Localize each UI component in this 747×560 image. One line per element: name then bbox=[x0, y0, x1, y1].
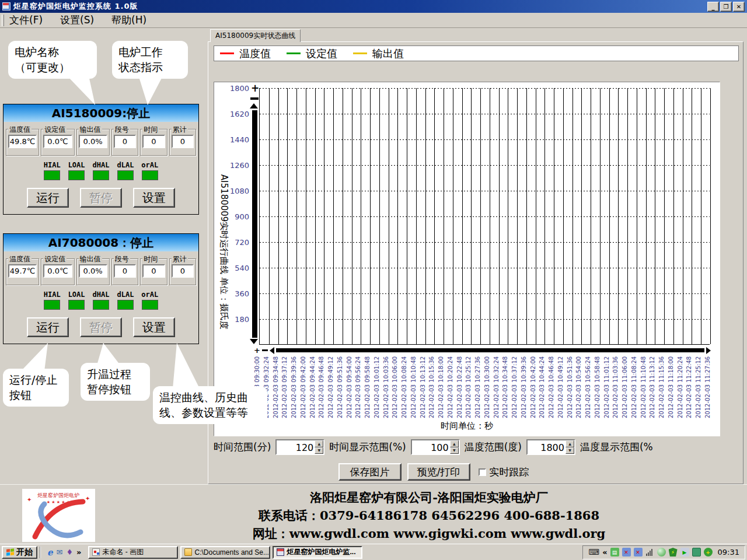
h-gridline bbox=[260, 242, 710, 243]
field-group: 设定值0.0℃ bbox=[41, 258, 74, 285]
spinner-2[interactable]: 1800▲▼ bbox=[526, 439, 575, 455]
internet-explorer-icon[interactable]: e bbox=[47, 547, 53, 558]
spinner-up[interactable]: ▲ bbox=[566, 440, 574, 447]
x-tick-label: 2012-02-03 10:20:24 bbox=[447, 355, 454, 418]
contact-phone: 联系电话：0379-64186178 64562296 400-688-1868 bbox=[259, 506, 599, 524]
setup-button[interactable]: 设置 bbox=[133, 317, 175, 337]
websites: 网址：www.gwdl.com www.gigwki.com www.gwdl.… bbox=[253, 524, 605, 542]
spinner-up[interactable]: ▲ bbox=[315, 440, 323, 447]
alarm-label: orAL bbox=[141, 290, 158, 299]
realtime-track-label: 实时跟踪 bbox=[490, 466, 529, 479]
v-gridline bbox=[554, 88, 554, 344]
y-scrollbar-thumb[interactable] bbox=[252, 110, 257, 338]
pause-button[interactable]: 暂停 bbox=[80, 317, 122, 337]
spinner-up[interactable]: ▲ bbox=[450, 440, 459, 447]
x-scrollbar-thumb[interactable] bbox=[276, 348, 704, 352]
task-button-explorer[interactable]: C:\Documents and Se... bbox=[180, 546, 270, 559]
spinner-label-1: 时间显示范围(%) bbox=[329, 440, 406, 454]
restore-button[interactable]: ❐ bbox=[720, 2, 732, 12]
minimize-button[interactable]: _ bbox=[707, 2, 719, 12]
task-button-paint[interactable]: 未命名 - 画图 bbox=[88, 546, 178, 559]
tray-icon-green-app[interactable]: ▤ bbox=[610, 548, 619, 556]
taskbar-clock: 09:31 bbox=[718, 548, 739, 556]
run-button[interactable]: 运行 bbox=[27, 188, 69, 208]
alarm-indicator-oral: orAL bbox=[141, 161, 158, 180]
setup-button[interactable]: 设置 bbox=[133, 188, 175, 208]
x-tick-label: 2012-02-03 10:10:48 bbox=[410, 355, 417, 418]
task-button-monitor-app[interactable]: 炬星窑炉国炬电炉监... bbox=[273, 546, 362, 559]
alarm-led-green bbox=[117, 170, 134, 180]
paint-icon bbox=[92, 548, 100, 556]
run-button[interactable]: 运行 bbox=[27, 317, 69, 337]
spinner-1[interactable]: 100▲▼ bbox=[411, 439, 460, 455]
menu-help[interactable]: 帮助(H) bbox=[111, 13, 146, 27]
tray-icon-network-disconnected-1[interactable]: ✕ bbox=[622, 548, 631, 556]
menu-settings[interactable]: 设置(S) bbox=[60, 13, 94, 27]
field-label: 温度值 bbox=[8, 254, 32, 264]
zoom-in-y-button[interactable]: + bbox=[251, 82, 259, 94]
y-axis-title: AI5180009实时运行曲线 单位：摄氏度 bbox=[218, 124, 229, 380]
y-tick-label: 180 bbox=[229, 315, 249, 324]
field-label: 累计 bbox=[172, 254, 188, 264]
zoom-out-y-button[interactable] bbox=[250, 97, 259, 100]
alarm-label: orAL bbox=[141, 161, 158, 169]
spinner-down[interactable]: ▼ bbox=[315, 447, 323, 454]
x-tick-label: 2012-02-03 10:42:00 bbox=[530, 355, 537, 418]
input-method-icon[interactable]: ⌨ bbox=[588, 548, 599, 556]
alarm-row: HIALLOALdHALdLALorAL bbox=[4, 290, 198, 310]
field-value: 0 bbox=[114, 135, 136, 148]
quick-launch-overflow-chevron[interactable]: » bbox=[76, 548, 81, 556]
save-image-button[interactable]: 保存图片 bbox=[338, 463, 402, 481]
spinner-down[interactable]: ▼ bbox=[450, 447, 459, 454]
tray-icon-shield[interactable]: ⚡ bbox=[669, 548, 678, 556]
x-tick-label: 2012-02-03 11:25:12 bbox=[695, 355, 702, 418]
y-tick-label: 1440 bbox=[229, 135, 249, 144]
tray-icon-update[interactable]: + bbox=[704, 548, 713, 556]
x-scrollbar[interactable]: + bbox=[254, 346, 711, 355]
alarm-led-green bbox=[142, 170, 158, 180]
v-gridline bbox=[573, 88, 573, 344]
furnace-panel-2: AI7080008：停止温度值49.7℃设定值0.0℃输出值0.0%段号0时间0… bbox=[3, 233, 199, 344]
mail-icon[interactable]: ✉ bbox=[57, 548, 63, 556]
v-gridline bbox=[352, 88, 352, 344]
tray-icon-green-case[interactable] bbox=[692, 548, 701, 556]
spinner-0[interactable]: 120▲▼ bbox=[275, 439, 324, 455]
v-gridline bbox=[434, 88, 435, 344]
menu-file[interactable]: 文件(F) bbox=[9, 13, 43, 27]
menu-grip[interactable] bbox=[2, 15, 4, 26]
furnace-title[interactable]: AI7080008：停止 bbox=[4, 234, 198, 251]
media-player-icon[interactable]: ♦ bbox=[66, 548, 73, 556]
x-tick-label: 2012-02-03 11:06:00 bbox=[622, 355, 629, 418]
realtime-track-checkbox[interactable] bbox=[479, 468, 486, 476]
spinner-down[interactable]: ▼ bbox=[566, 447, 574, 454]
zoom-in-x-button[interactable]: + bbox=[254, 346, 260, 355]
tray-icon-green-globe[interactable] bbox=[657, 548, 666, 556]
tray-icon-network-disconnected-2[interactable]: ✕ bbox=[634, 548, 643, 556]
scroll-up-arrow[interactable] bbox=[250, 103, 258, 108]
x-tick-label: 2012-02-03 10:54:00 bbox=[575, 355, 582, 418]
close-button[interactable]: ✕ bbox=[733, 2, 745, 12]
alarm-label: dHAL bbox=[93, 161, 110, 169]
pause-button[interactable]: 暂停 bbox=[80, 188, 122, 208]
start-button[interactable]: 开始 bbox=[2, 546, 37, 559]
folder-icon bbox=[184, 548, 192, 556]
legend-dash-red bbox=[220, 52, 234, 54]
tray-icon-server-run[interactable]: ▶ bbox=[680, 548, 689, 556]
tray-icon-signal-strength[interactable] bbox=[645, 548, 654, 556]
v-gridline bbox=[453, 88, 453, 344]
alarm-label: LOAL bbox=[68, 161, 85, 169]
alarm-indicator-loal: LOAL bbox=[68, 161, 85, 180]
scroll-left-arrow[interactable] bbox=[270, 347, 274, 354]
v-gridline bbox=[591, 88, 591, 344]
x-tick-label: 2012-02-03 09:37:12 bbox=[281, 355, 288, 418]
zoom-out-x-button[interactable] bbox=[262, 349, 268, 351]
alarm-indicator-dlal: dLAL bbox=[117, 290, 134, 310]
x-tick-label: 2012-02-03 10:03:36 bbox=[383, 355, 390, 418]
scroll-down-arrow[interactable] bbox=[250, 339, 258, 344]
tab-realtime-curve[interactable]: AI5180009实时状态曲线 bbox=[210, 29, 301, 42]
furnace-title[interactable]: AI5180009:停止 bbox=[4, 104, 198, 122]
scroll-right-arrow[interactable] bbox=[706, 347, 711, 354]
x-tick-label: 2012-02-03 09:49:12 bbox=[327, 355, 334, 418]
tray-collapse-chevron[interactable]: « bbox=[602, 548, 607, 556]
preview-print-button[interactable]: 预览/打印 bbox=[407, 463, 470, 481]
